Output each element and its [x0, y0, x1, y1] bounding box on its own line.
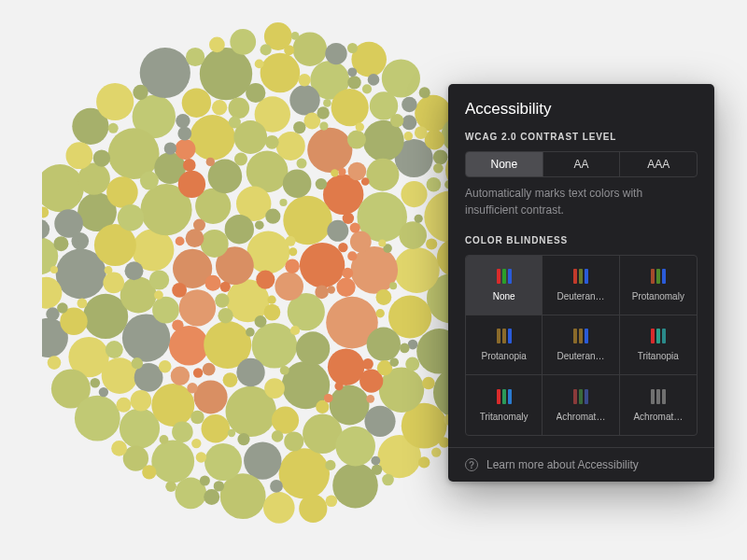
learn-more-link[interactable]: ? Learn more about Accessibility	[448, 447, 714, 482]
svg-point-29	[122, 314, 170, 361]
svg-point-262	[279, 199, 287, 206]
svg-point-86	[289, 85, 319, 115]
contrast-option-none[interactable]: None	[466, 152, 543, 176]
svg-point-40	[247, 151, 289, 193]
colorblind-option-tritanopia-5[interactable]: Tritanopia	[620, 315, 697, 375]
svg-point-196	[326, 496, 338, 508]
svg-point-224	[286, 236, 296, 246]
svg-point-230	[372, 465, 382, 475]
svg-point-156	[93, 149, 110, 166]
svg-point-15	[279, 448, 330, 498]
svg-point-20	[78, 192, 117, 231]
svg-point-87	[370, 91, 398, 119]
colorblind-option-label: Deuteran…	[557, 291, 604, 301]
contrast-option-aa[interactable]: AA	[543, 152, 620, 176]
colorblind-option-label: Tritanomaly	[480, 412, 529, 422]
svg-point-237	[154, 290, 163, 300]
svg-point-41	[140, 184, 191, 235]
color-bars-icon	[497, 269, 512, 284]
svg-point-5	[378, 435, 421, 478]
svg-point-264	[165, 481, 176, 492]
svg-point-38	[323, 175, 363, 215]
svg-point-110	[178, 171, 205, 198]
svg-point-104	[233, 120, 267, 154]
svg-point-19	[132, 229, 174, 271]
svg-point-52	[363, 120, 404, 161]
svg-point-183	[204, 489, 219, 505]
svg-point-277	[366, 395, 374, 403]
colorblind-option-achromat-7[interactable]: Achromat…	[543, 375, 619, 435]
svg-point-108	[118, 204, 144, 231]
svg-point-135	[209, 37, 225, 53]
colorblind-option-label: Protanopia	[481, 351, 526, 361]
svg-point-200	[133, 85, 148, 100]
svg-point-205	[347, 76, 360, 89]
svg-point-212	[368, 74, 380, 86]
svg-point-161	[46, 307, 59, 320]
colorblind-option-deuteran-4[interactable]: Deuteran…	[543, 315, 619, 375]
colorblind-option-tritanomaly-6[interactable]: Tritanomaly	[466, 375, 543, 435]
svg-point-236	[408, 340, 418, 350]
svg-point-8	[200, 48, 252, 100]
colorblind-option-label: Achromat…	[557, 412, 606, 422]
svg-point-261	[324, 394, 333, 403]
svg-point-166	[48, 356, 62, 370]
svg-point-248	[255, 220, 264, 230]
svg-point-167	[316, 178, 327, 189]
svg-point-143	[402, 97, 417, 113]
svg-point-175	[315, 286, 329, 300]
svg-point-76	[194, 380, 228, 413]
svg-point-241	[206, 158, 215, 166]
svg-point-231	[246, 328, 255, 337]
svg-point-53	[351, 246, 399, 294]
svg-point-239	[57, 302, 68, 314]
svg-point-138	[264, 378, 285, 399]
svg-point-220	[362, 84, 372, 93]
svg-point-64	[83, 294, 128, 339]
svg-point-109	[152, 297, 179, 324]
svg-point-60	[195, 189, 231, 224]
colorblind-option-label: Achromat…	[633, 412, 683, 422]
svg-point-118	[299, 495, 327, 523]
color-bars-icon	[573, 389, 588, 404]
svg-point-158	[237, 433, 249, 445]
svg-point-88	[176, 478, 207, 510]
svg-point-32	[379, 368, 424, 413]
contrast-level-segmented-control: NoneAAAAA	[465, 151, 698, 177]
svg-point-65	[140, 48, 190, 98]
svg-point-254	[433, 163, 444, 174]
svg-point-276	[334, 382, 343, 390]
svg-point-214	[176, 237, 185, 246]
colorblind-option-deuteran-1[interactable]: Deuteran…	[543, 256, 619, 315]
svg-point-176	[72, 232, 90, 250]
colorblind-option-achromat-8[interactable]: Achromat…	[620, 375, 697, 435]
svg-point-216	[389, 357, 399, 367]
svg-point-94	[60, 308, 87, 335]
svg-point-14	[173, 249, 212, 288]
svg-point-274	[342, 268, 353, 279]
colorblind-option-protanomaly-2[interactable]: Protanomaly	[620, 256, 697, 315]
svg-point-141	[336, 278, 355, 297]
svg-point-95	[106, 176, 138, 208]
svg-point-193	[284, 45, 294, 55]
svg-point-160	[433, 149, 448, 164]
svg-point-63	[282, 361, 330, 409]
svg-point-249	[200, 476, 210, 486]
svg-point-89	[283, 170, 312, 199]
colorblind-option-protanopia-3[interactable]: Protanopia	[466, 315, 543, 375]
svg-point-100	[54, 209, 83, 238]
svg-point-215	[261, 44, 272, 55]
svg-point-92	[134, 363, 163, 392]
svg-point-98	[208, 160, 243, 194]
svg-point-0	[252, 323, 298, 369]
colorblind-option-label: Deuteran…	[557, 351, 604, 361]
contrast-option-aaa[interactable]: AAA	[619, 152, 697, 176]
svg-point-16	[255, 96, 290, 132]
svg-point-137	[427, 177, 442, 192]
svg-point-227	[91, 378, 101, 388]
svg-point-253	[196, 452, 206, 462]
svg-point-154	[172, 422, 193, 443]
svg-point-71	[335, 427, 375, 467]
colorblind-option-none-0[interactable]: None	[466, 256, 543, 315]
svg-point-34	[310, 61, 349, 100]
